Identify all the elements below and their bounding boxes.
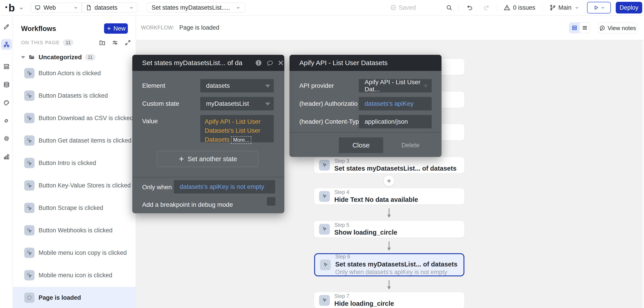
- plugins-plug-icon[interactable]: [0, 117, 13, 124]
- flow-arrow-down-icon: [386, 280, 392, 290]
- folder-uncategorized[interactable]: Uncategorized 11: [13, 51, 136, 63]
- content-type-input[interactable]: application/json: [359, 115, 432, 128]
- preview-button[interactable]: [587, 2, 611, 14]
- cursor-click-icon: [24, 113, 34, 123]
- workflow-selector-dropdown[interactable]: Set states myDatasetsList.....: [147, 3, 245, 13]
- branch-selector[interactable]: Main: [549, 0, 579, 15]
- chevron-down-icon: [575, 6, 579, 10]
- page-dropdown[interactable]: datasets: [82, 3, 138, 12]
- reusable-components-icon[interactable]: [0, 63, 13, 70]
- content-type-label: (header) Content-Typ: [299, 118, 359, 125]
- undo-button[interactable]: [466, 4, 473, 11]
- breakpoint-checkbox[interactable]: [267, 197, 275, 206]
- filter-sliders-icon[interactable]: [112, 38, 118, 48]
- saved-label: Saved: [399, 4, 416, 11]
- workflow-item[interactable]: Button Actors is clicked: [13, 62, 136, 84]
- open-folder-icon: [28, 54, 36, 61]
- deploy-button[interactable]: Deploy: [616, 2, 642, 14]
- check-circle-icon: [390, 5, 396, 11]
- chevron-down-icon: [601, 6, 605, 10]
- workflows-tab-active[interactable]: [1, 39, 12, 50]
- page-label: datasets: [95, 4, 118, 11]
- only-when-input[interactable]: datasets's apiKey is not empty: [174, 180, 275, 193]
- settings-gear-icon[interactable]: [0, 135, 13, 142]
- issues-indicator[interactable]: 0 issues: [504, 0, 535, 15]
- view-notes-button[interactable]: View notes: [598, 23, 637, 34]
- cursor-click-icon: [24, 135, 34, 146]
- workflow-item[interactable]: Button Scrape is clicked: [13, 197, 136, 219]
- value-expression-input[interactable]: Apify API - List User Datasets's List Us…: [200, 115, 274, 142]
- dialog-header[interactable]: Apify API - List User Datasets: [290, 55, 442, 71]
- workflow-breadcrumb-label: WORKFLOW:: [141, 25, 174, 31]
- custom-state-dropdown[interactable]: myDatasetsList: [200, 97, 274, 110]
- dialog-header[interactable]: Set states myDatasetsList... of da: [132, 55, 284, 71]
- dialog-body: Element datasets Custom state myDatasets…: [132, 71, 284, 213]
- delete-button[interactable]: Delete: [402, 137, 420, 153]
- database-icon[interactable]: [0, 81, 13, 88]
- more-button[interactable]: More...: [231, 136, 252, 144]
- dropdown-triangle-icon: [265, 103, 270, 106]
- design-pencil-icon[interactable]: [0, 23, 13, 30]
- git-branch-icon: [549, 4, 556, 11]
- search-icon[interactable]: [446, 4, 452, 11]
- styles-palette-icon[interactable]: [0, 99, 13, 106]
- step-title: Hide Text No data available: [334, 196, 418, 203]
- folder-name: Uncategorized: [38, 54, 82, 61]
- folder-caret-icon[interactable]: [21, 56, 25, 59]
- close-button[interactable]: Close: [339, 137, 383, 153]
- logs-bar-chart-icon[interactable]: [0, 153, 13, 160]
- step-number: Step 4: [334, 189, 418, 195]
- divider: [132, 177, 284, 177]
- platform-dropdown[interactable]: Web: [31, 3, 82, 12]
- chevron-down-icon: [129, 6, 134, 10]
- set-another-state-button[interactable]: Set another state: [157, 151, 258, 167]
- flow-step-3-card[interactable]: Step 3 Set states myDatasetsList... of d…: [314, 157, 464, 173]
- authorization-input[interactable]: datasets's apiKey: [359, 97, 432, 110]
- dropdown-triangle-icon: [265, 85, 270, 88]
- folder-count-badge: 11: [85, 54, 96, 61]
- element-dropdown[interactable]: datasets: [200, 79, 274, 93]
- cursor-click-icon: [24, 225, 34, 235]
- platform-page-selector: Web datasets: [31, 3, 138, 13]
- workflow-item[interactable]: Mobile menu icon is clicked: [13, 264, 136, 286]
- divider: [542, 4, 542, 12]
- redo-button[interactable]: [483, 4, 490, 11]
- plus-icon: [106, 26, 112, 31]
- workflow-item[interactable]: Mobile menu icon copy is clicked: [13, 242, 136, 263]
- expand-icon[interactable]: [124, 38, 131, 48]
- insert-step-button[interactable]: [384, 176, 394, 186]
- step-title: Set states myDatasetsList... of datasets: [335, 260, 458, 268]
- flow-step-4-card[interactable]: Step 4 Hide Text No data available: [314, 188, 464, 204]
- workflow-name: Page is loaded: [179, 24, 219, 31]
- action-cursor-icon: [320, 259, 331, 270]
- workflow-item[interactable]: Button Webhooks is clicked: [13, 219, 136, 241]
- api-provider-dropdown[interactable]: Apify API - List User Dat...: [359, 79, 432, 93]
- add-folder-icon[interactable]: [99, 38, 106, 48]
- workflow-item[interactable]: Button Intro is clicked: [13, 152, 136, 174]
- list-view-button[interactable]: [580, 23, 590, 33]
- new-workflow-button[interactable]: New: [104, 23, 128, 34]
- bubble-logo[interactable]: b: [8, 2, 15, 14]
- flow-step-7-card[interactable]: Step 7 Hide loading_circle: [314, 292, 464, 308]
- workflow-item-selected[interactable]: Page is loaded: [13, 287, 136, 308]
- step-number: Step 7: [334, 293, 394, 299]
- card-view-button-active[interactable]: [569, 23, 580, 33]
- info-icon[interactable]: [255, 59, 262, 67]
- logo-chevron-down-icon[interactable]: [19, 6, 24, 11]
- view-mode-toggle: [569, 23, 590, 33]
- workflow-item[interactable]: Button Download as CSV is clicked: [13, 107, 136, 129]
- flow-step-5-card[interactable]: Step 5 Show loading_circle: [314, 221, 464, 237]
- canvas-scroll-gutter[interactable]: [642, 40, 644, 308]
- close-icon[interactable]: [278, 60, 284, 66]
- workflow-item[interactable]: Button Key-Value Stores is clicked: [13, 175, 136, 196]
- workflow-item[interactable]: Button Datasets is clicked: [13, 85, 136, 106]
- workflow-item[interactable]: Button Get dataset items is clicked: [13, 130, 136, 151]
- set-states-dialog: Set states myDatasetsList... of da Eleme…: [132, 55, 284, 213]
- view-notes-label: View notes: [608, 25, 636, 32]
- flow-step-6-card-selected[interactable]: Step 6 Set states myDatasetsList... of d…: [314, 253, 464, 276]
- step-number: Step 6: [335, 254, 458, 260]
- panel-title: Workflows: [21, 25, 56, 33]
- comment-bubble-icon[interactable]: [266, 60, 274, 67]
- cursor-click-icon: [24, 248, 34, 258]
- divider: [290, 132, 442, 133]
